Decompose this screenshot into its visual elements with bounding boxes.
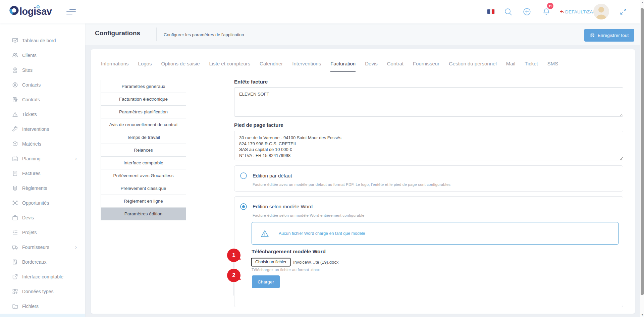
ticket-warning-icon <box>12 111 18 118</box>
page-scrollbar[interactable]: ▲ ▼ <box>640 0 644 317</box>
logo-text[interactable]: logisav <box>19 5 52 18</box>
tab-logos[interactable]: Logos <box>138 61 152 72</box>
search-icon[interactable] <box>504 7 513 16</box>
quick-add-icon[interactable] <box>523 7 531 16</box>
current-user-button[interactable]: DEFAULT\ZAC <box>559 8 596 15</box>
upload-section-title: Téléchargement modèle Word <box>252 249 326 255</box>
submenu-item-parametres-edition[interactable]: Paramètres édition <box>101 207 186 220</box>
fullscreen-expand-icon[interactable] <box>620 8 627 15</box>
tab-informations[interactable]: Informations <box>101 61 129 72</box>
sidebar-item-label: Interface comptable <box>22 274 63 279</box>
wrench-icon <box>12 126 18 133</box>
tab-fournisseur[interactable]: Fournisseur <box>413 61 439 72</box>
sidebar-item-donnees-types[interactable]: Données types <box>0 284 85 299</box>
edition-word-option: Edition selon modèle Word Facture éditée… <box>234 196 623 307</box>
tab-contrat[interactable]: Contrat <box>387 61 404 72</box>
sidebar-item-label: Fichiers <box>22 304 39 309</box>
sidebar-item-fichiers[interactable]: Fichiers <box>0 299 85 314</box>
edition-word-radio[interactable] <box>240 203 247 210</box>
invoice-header-textarea[interactable]: ELEVEN SOFT <box>234 87 623 117</box>
edition-word-description: Facture éditée selon un modèle Word enti… <box>253 213 364 217</box>
tab-mail[interactable]: Mail <box>506 61 516 72</box>
upload-submit-button[interactable]: Charger <box>252 275 280 288</box>
tab-calendrier[interactable]: Calendrier <box>260 61 283 72</box>
submenu-item-avis-de-renouvellement-de-contrat[interactable]: Avis de renouvellement de contrat <box>101 118 186 131</box>
sidebar-item-label: Contacts <box>22 82 41 88</box>
invoice-header-label: Entête facture <box>234 79 268 85</box>
sidebar-item-contrats[interactable]: Contrats <box>0 92 85 107</box>
file-format-helper: Téléchargez un fichier au format .docx <box>252 268 320 272</box>
sidebar-item-label: Interventions <box>22 126 49 132</box>
scroll-down-icon[interactable]: ▼ <box>640 314 644 316</box>
sidebar-item-contacts[interactable]: Contacts <box>0 77 85 92</box>
contract-icon <box>12 96 18 103</box>
sidebar-item-label: Tickets <box>22 112 37 117</box>
sidebar-item-bordereaux[interactable]: Bordereaux <box>0 255 85 269</box>
sidebar-item-label: Règlements <box>22 186 47 191</box>
sidebar-item-label: Factures <box>22 171 40 176</box>
sidebar-item-label: Devis <box>22 215 34 220</box>
sidebar-nav: Tableau de bordClientsSitesContactsContr… <box>0 33 85 314</box>
edition-word-label[interactable]: Edition selon modèle Word <box>253 204 313 209</box>
sidebar-item-factures[interactable]: Factures <box>0 166 85 181</box>
truck-icon <box>12 244 18 251</box>
save-all-button[interactable]: Enregistrer tout <box>584 29 634 42</box>
scrollbar-thumb[interactable] <box>641 8 644 295</box>
submenu-item-temps-de-travail[interactable]: Temps de travail <box>101 131 186 144</box>
sidebar-item-label: Planning <box>22 156 41 161</box>
language-flag-icon[interactable] <box>487 9 495 14</box>
menu-toggle-icon[interactable] <box>66 8 76 15</box>
tab-sms[interactable]: SMS <box>547 61 558 72</box>
sidebar-item-fournisseurs[interactable]: Fournisseurs› <box>0 240 85 255</box>
app-root: logisav 11 DEFAULT\ZAC <box>0 0 644 317</box>
submenu-item-reglement-en-ligne[interactable]: Règlement en ligne <box>101 195 186 208</box>
sidebar-item-tickets[interactable]: Tickets <box>0 107 85 122</box>
sidebar-item-clients[interactable]: Clients <box>0 48 85 63</box>
submenu-item-prelevement-avec-gocardless[interactable]: Prélèvement avec Gocardless <box>101 169 186 182</box>
tab-devis[interactable]: Devis <box>365 61 378 72</box>
submenu-item-relances[interactable]: Relances <box>101 144 186 157</box>
tab-ticket[interactable]: Ticket <box>525 61 538 72</box>
step-badge-2: 2 <box>227 269 240 282</box>
sidebar-item-label: Opportunités <box>22 200 49 206</box>
sidebar-item-reglements[interactable]: Règlements <box>0 181 85 196</box>
file-input-row: Choisir un fichier InvoiceW…te (19).docx <box>252 258 338 266</box>
scroll-up-icon[interactable]: ▲ <box>640 1 644 3</box>
sidebar-item-planning[interactable]: Planning› <box>0 151 85 166</box>
clients-icon <box>12 52 18 59</box>
sidebar-item-tableau-de-bord[interactable]: Tableau de bord <box>0 33 85 48</box>
page-subtitle: Configurer les paramètres de l'applicati… <box>164 32 244 37</box>
sidebar-item-label: Sites <box>22 67 33 73</box>
submenu-item-parametres-generaux[interactable]: Paramètres généraux <box>101 80 186 93</box>
sidebar-item-interface-comptable[interactable]: Interface comptable <box>0 269 85 284</box>
sidebar-item-materiels[interactable]: Matériels <box>0 137 85 151</box>
choose-file-button[interactable]: Choisir un fichier <box>252 258 290 266</box>
sidebar-item-opportunites[interactable]: Opportunités <box>0 196 85 210</box>
box-icon <box>12 141 18 147</box>
submenu-item-prelevement-classique[interactable]: Prélèvement classique <box>101 182 186 195</box>
invoice-icon <box>12 170 18 177</box>
edition-default-label[interactable]: Edition par défaut <box>253 173 292 178</box>
submenu-item-parametres-planification[interactable]: Paramètres planification <box>101 105 186 118</box>
tab-liste-et-compteurs[interactable]: Liste et compteurs <box>209 61 251 72</box>
submenu-item-facturation-electronique[interactable]: Facturation électronique <box>101 93 186 106</box>
sidebar-item-projets[interactable]: Projets <box>0 225 85 240</box>
sidebar-item-devis[interactable]: Devis <box>0 210 85 225</box>
tab-options-de-saisie[interactable]: Options de saisie <box>161 61 200 72</box>
data-grid-icon <box>12 288 18 295</box>
folder-icon <box>12 303 18 310</box>
tab-gestion-du-personnel[interactable]: Gestion du personnel <box>449 61 497 72</box>
sidebar-item-label: Matériels <box>22 141 41 147</box>
sidebar-item-sites[interactable]: Sites <box>0 63 85 77</box>
tab-facturation[interactable]: Facturation <box>330 61 356 72</box>
submenu-item-interface-comptable[interactable]: Interface comptable <box>101 156 186 169</box>
tab-interventions[interactable]: Interventions <box>292 61 321 72</box>
avatar[interactable] <box>593 4 609 19</box>
sidebar-item-interventions[interactable]: Interventions <box>0 122 85 137</box>
logo-icon[interactable] <box>9 6 19 15</box>
save-all-label: Enregistrer tout <box>598 33 629 38</box>
invoice-footer-textarea[interactable]: 30 rue de la Varenne - 94100 Saint Maur … <box>234 131 623 160</box>
edition-default-radio[interactable] <box>240 172 247 179</box>
sidebar-item-label: Données types <box>22 289 53 294</box>
alert-message[interactable]: Aucun fichier Word chargé en tant que mo… <box>279 231 365 236</box>
